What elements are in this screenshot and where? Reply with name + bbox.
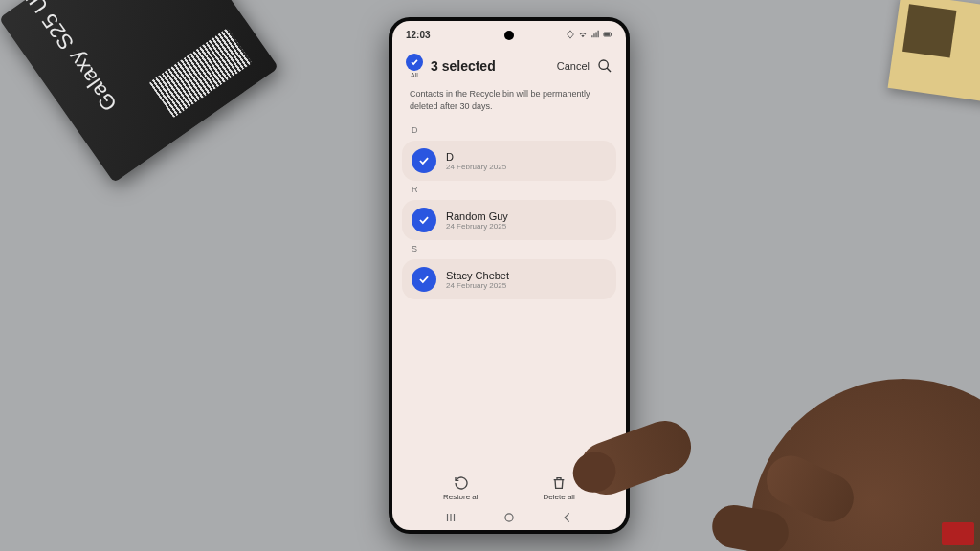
hand-overlay [578, 283, 980, 551]
check-icon [412, 267, 436, 292]
status-time: 12:03 [406, 30, 431, 40]
status-icons [566, 30, 612, 39]
check-icon [412, 148, 436, 173]
contact-date: 24 February 2025 [446, 281, 509, 290]
section-letter-d: D [392, 123, 626, 139]
bottom-actions: Restore all Delete all [392, 468, 626, 505]
back-icon [561, 511, 574, 524]
home-button[interactable] [502, 511, 516, 524]
check-icon [406, 54, 423, 71]
trash-icon [551, 475, 567, 491]
restore-icon [454, 475, 469, 491]
selection-header: All 3 selected Cancel [392, 48, 626, 88]
contact-date: 24 February 2025 [446, 163, 506, 171]
battery-icon [603, 30, 612, 39]
contact-date: 24 February 2025 [446, 222, 508, 231]
select-all-button[interactable]: All [406, 54, 423, 78]
product-box: Galaxy S25 Ultra [0, 0, 278, 183]
contact-name: Stacy Chebet [446, 270, 509, 281]
cancel-button[interactable]: Cancel [557, 60, 590, 72]
watermark-box [942, 522, 974, 545]
wood-block [888, 0, 980, 102]
svg-rect-2 [605, 33, 610, 36]
location-icon [566, 30, 575, 39]
contact-row-random-guy[interactable]: Random Guy 24 February 2025 [402, 200, 616, 240]
recents-icon [444, 511, 457, 524]
contact-name: Random Guy [446, 210, 508, 222]
back-button[interactable] [561, 511, 574, 524]
product-box-label: Galaxy S25 Ultra [7, 0, 122, 116]
phone-screen: 12:03 All 3 selected Cancel Contacts in … [392, 21, 626, 530]
home-icon [502, 511, 516, 524]
search-button[interactable] [597, 58, 612, 74]
signal-icon [590, 30, 600, 39]
wifi-icon [578, 30, 588, 39]
section-letter-s: S [392, 242, 626, 257]
search-icon [597, 58, 612, 74]
contact-name: D [446, 151, 506, 163]
svg-point-3 [599, 60, 608, 69]
delete-label: Delete all [544, 493, 575, 501]
svg-point-4 [505, 514, 513, 521]
phone-frame: 12:03 All 3 selected Cancel Contacts in … [389, 17, 630, 534]
delete-all-button[interactable]: Delete all [544, 475, 575, 501]
select-all-label: All [411, 72, 418, 78]
contact-row-d[interactable]: D 24 February 2025 [402, 141, 616, 181]
barcode [149, 28, 253, 118]
front-camera [504, 31, 514, 40]
android-nav-bar [392, 505, 626, 530]
contact-row-stacy-chebet[interactable]: Stacy Chebet 24 February 2025 [402, 259, 616, 299]
selection-count: 3 selected [431, 58, 549, 74]
restore-all-button[interactable]: Restore all [443, 475, 479, 501]
check-icon [412, 208, 436, 232]
restore-label: Restore all [443, 493, 479, 501]
recycle-notice: Contacts in the Recycle bin will be perm… [392, 88, 626, 123]
section-letter-r: R [392, 183, 626, 198]
svg-rect-1 [612, 33, 612, 35]
recents-button[interactable] [444, 511, 457, 524]
